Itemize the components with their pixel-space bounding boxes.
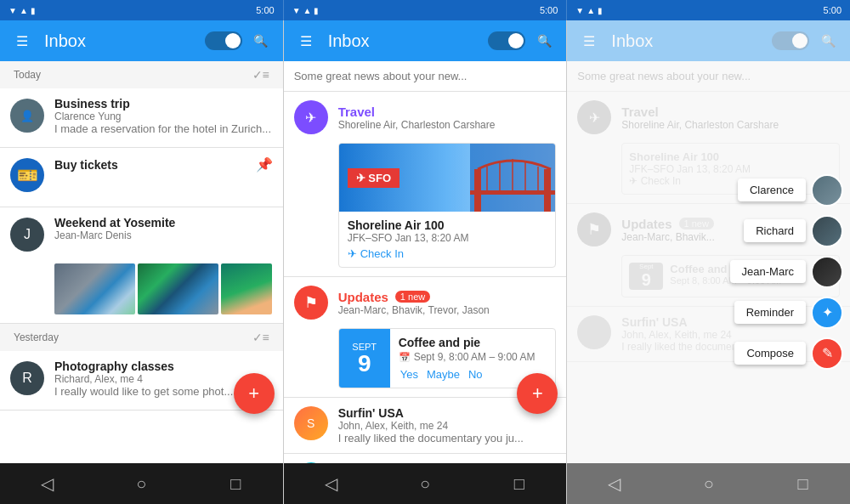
rsvp-no[interactable]: No [467, 368, 484, 381]
email-sender-4: Photography classes [54, 360, 273, 373]
action-item-reminder[interactable]: Reminder ✦ [730, 297, 843, 329]
email-body-2: Buy tickets 📌 [54, 156, 273, 173]
list-item[interactable]: J Weekend at Yosemite Jean-Marc Denis [0, 207, 283, 324]
compose-fab-2[interactable]: + [517, 373, 558, 414]
panel-1-content: Today ✓≡ 👤 Business trip Clarence Yung I… [0, 61, 283, 463]
home-button-2[interactable]: ○ [400, 463, 450, 504]
action-item-jeanmarc[interactable]: Jean-Marc [730, 256, 843, 288]
updates-icon: ⚑ [294, 286, 328, 320]
inbox-title-3: Inbox [611, 31, 768, 51]
rsvp-yes[interactable]: Yes [399, 368, 420, 381]
action-label-jeanmarc[interactable]: Jean-Marc [730, 260, 806, 283]
back-button-1[interactable]: ◁ [21, 463, 72, 504]
check-all-icon[interactable]: ✓≡ [252, 68, 269, 82]
svg-rect-3 [470, 190, 555, 195]
recents-button-1[interactable]: □ [210, 463, 261, 504]
action-avatar-compose: ✎ [811, 337, 843, 370]
toggle-button-2[interactable] [488, 31, 525, 50]
flight-overlay: ✈ SFO [339, 144, 556, 212]
bundle-info-updates-3: Updates 1 new Jean-Marc, Bhavik... [621, 217, 714, 243]
search-button-3[interactable]: 🔍 [813, 25, 843, 56]
cal-event-time: 📅 Sept 9, 8:00 AM – 9:00 AM [399, 351, 547, 363]
status-icons-2: ▼ ▲ ▮ [292, 6, 320, 15]
email-preview-1: I made a reservation for the hotel in Zu… [54, 122, 273, 135]
surfin-body: Surfin' USA John, Alex, Keith, me 24 I r… [338, 406, 557, 445]
email-body-1: Business trip Clarence Yung I made a res… [54, 97, 273, 135]
list-item[interactable]: 🎫 Buy tickets 📌 [0, 148, 283, 207]
bundle-subtitle-updates-3: Jean-Marc, Bhavik... [621, 231, 714, 243]
menu-button-1[interactable]: ☰ [7, 25, 37, 56]
inbox-title-1: Inbox [44, 31, 201, 51]
bundle-header-travel: ✈ Travel Shoreline Air, Charleston Carsh… [284, 92, 567, 143]
flight-card[interactable]: ✈ SFO [338, 143, 557, 268]
panel-3: ☰ Inbox 🔍 Some great news about your new… [567, 20, 850, 504]
compose-fab-1[interactable]: + [234, 373, 275, 414]
updates-icon-3: ⚑ [577, 212, 611, 246]
checkin-plane-icon: ✈ [348, 247, 357, 260]
thumbnail-yosemite [221, 263, 272, 314]
email-subsender-3: Jean-Marc Denis [54, 229, 273, 241]
preview-text-3: Some great news about your new... [567, 61, 850, 92]
surfin-avatar: S [294, 406, 328, 440]
travel-bundle[interactable]: ✈ Travel Shoreline Air, Charleston Carsh… [284, 92, 567, 277]
new-badge-3: 1 new [679, 218, 714, 229]
action-item-clarence[interactable]: Clarence [730, 174, 843, 207]
rsvp-maybe[interactable]: Maybe [425, 368, 462, 381]
toggle-button-3[interactable] [772, 31, 809, 50]
panel-1: ☰ Inbox 🔍 Today ✓≡ 👤 [0, 20, 284, 504]
status-panel-3: ▼ ▲ ▮ 5:00 [567, 0, 850, 20]
cal-time-text: Sept 9, 8:00 AM – 9:00 AM [414, 351, 536, 363]
sfo-badge: ✈ SFO [348, 168, 400, 188]
menu-button-3[interactable]: ☰ [574, 25, 604, 56]
toggle-circle-1 [225, 33, 241, 48]
action-label-richard[interactable]: Richard [744, 219, 806, 242]
back-button-2[interactable]: ◁ [305, 463, 356, 504]
updates-title-row-3: Updates 1 new [621, 217, 714, 231]
cal-event-name: Coffee and pie [399, 336, 547, 349]
toggle-circle-2 [508, 33, 524, 48]
recents-button-2[interactable]: □ [494, 463, 545, 504]
promos-bundle[interactable]: 🏷 Promos CrittCoupons, Bengstoroff Cloth… [284, 454, 567, 463]
bottom-nav-2: ◁ ○ □ [284, 463, 567, 504]
search-button-1[interactable]: 🔍 [246, 25, 276, 56]
bundle-subtitle-travel: Shoreline Air, Charleston Carshare [338, 119, 496, 131]
checkin-label[interactable]: Check In [360, 247, 404, 260]
surfin-preview: I really liked the documentary you ju... [338, 432, 557, 445]
action-label-reminder[interactable]: Reminder [734, 301, 806, 324]
home-button-3[interactable]: ○ [683, 463, 734, 504]
checkin-link[interactable]: ✈ Check In [348, 247, 547, 260]
golden-gate-illustration [470, 144, 555, 212]
action-label-clarence[interactable]: Clarence [738, 178, 806, 201]
search-button-2[interactable]: 🔍 [529, 25, 559, 56]
action-item-compose[interactable]: Compose ✎ [730, 337, 843, 370]
toggle-circle-3 [792, 33, 808, 48]
surfin-avatar-3 [577, 315, 611, 349]
email-sender-3: Weekend at Yosemite [54, 216, 273, 229]
action-avatar-jeanmarc [811, 256, 843, 288]
home-button-1[interactable]: ○ [116, 463, 167, 504]
list-item[interactable]: 👤 Business trip Clarence Yung I made a r… [0, 88, 283, 148]
action-label-compose[interactable]: Compose [734, 342, 806, 365]
thumbnail-row [54, 263, 272, 314]
menu-button-2[interactable]: ☰ [291, 25, 321, 56]
bundle-header-promos: 🏷 Promos CrittCoupons, Bengstoroff Cloth… [284, 454, 567, 463]
bottom-nav-3: ◁ ○ □ [567, 463, 850, 504]
new-badge: 1 new [395, 291, 430, 303]
toggle-button-1[interactable] [205, 31, 242, 50]
status-icons-1: ▼ ▲ ▮ [8, 6, 36, 15]
email-sender-1: Business trip [54, 97, 273, 110]
back-button-3[interactable]: ◁ [589, 463, 640, 504]
cal-block-3: Sept 9 [629, 263, 663, 290]
panel-2-content: Some great news about your new... ✈ Trav… [284, 61, 567, 463]
recents-button-3[interactable]: □ [778, 463, 829, 504]
travel-icon-3: ✈ [577, 100, 611, 134]
flight-route: JFK–SFO Jan 13, 8:20 AM [348, 232, 547, 244]
status-time-2: 5:00 [540, 5, 558, 15]
status-bar: ▼ ▲ ▮ 5:00 ▼ ▲ ▮ 5:00 ▼ ▲ ▮ 5:00 [0, 0, 850, 20]
bundle-info-travel: Travel Shoreline Air, Charleston Carshar… [338, 105, 496, 131]
check-all-icon-2[interactable]: ✓≡ [252, 331, 269, 344]
action-item-richard[interactable]: Richard [730, 215, 843, 247]
cal-icon: 📅 [399, 352, 411, 363]
promos-icon: 🏷 [294, 462, 328, 463]
bundle-info-updates: Updates 1 new Jean-Marc, Bhavik, Trevor,… [338, 290, 490, 316]
